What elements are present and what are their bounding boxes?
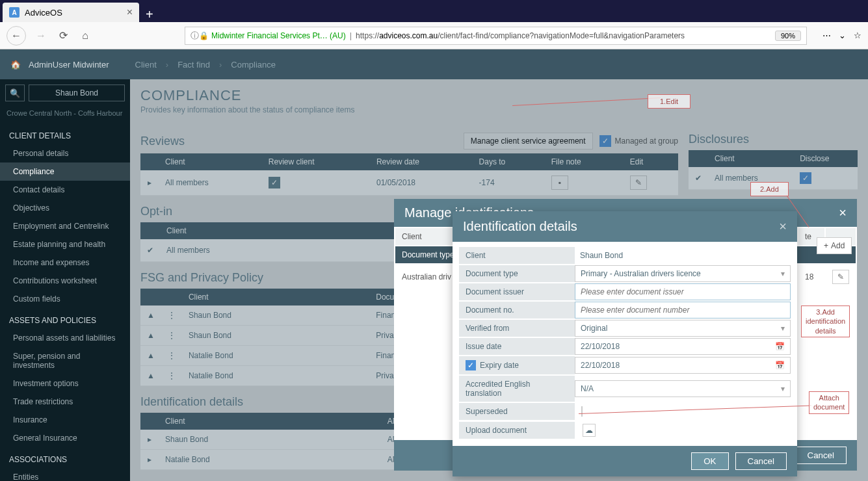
sidebar-item-employment[interactable]: Employment and Centrelink xyxy=(0,217,130,235)
label-trans: Accredited English translation xyxy=(459,376,575,402)
optin-title: Opt-in xyxy=(140,205,172,218)
fsg-title: FSG and Privacy Policy xyxy=(140,271,263,285)
pocket-icon[interactable]: ⌄ xyxy=(839,31,846,40)
upload-button[interactable]: ☁ xyxy=(583,424,596,437)
expiry-date-input[interactable]: 22/10/2018📅 xyxy=(575,357,791,374)
expand-icon[interactable]: ▸ xyxy=(148,178,151,187)
chevron-down-icon: ▾ xyxy=(781,384,785,393)
info-icon[interactable]: ⓘ xyxy=(191,30,199,42)
cloud-upload-icon: ☁ xyxy=(585,426,593,435)
warn-icon: ▲ xyxy=(147,371,155,380)
sidebar-item-custom[interactable]: Custom fields xyxy=(0,290,130,308)
label-expiry: ✓Expiry date xyxy=(459,356,575,374)
star-icon[interactable]: ☆ xyxy=(854,31,861,40)
modal-title: Identification details xyxy=(463,219,577,234)
label-issuer: Document issuer xyxy=(459,283,575,300)
ok-button[interactable]: OK xyxy=(691,452,728,470)
issuer-input[interactable] xyxy=(575,283,791,300)
sidebar-item-compliance[interactable]: Compliance xyxy=(0,162,130,181)
managed-checkbox[interactable]: ✓ xyxy=(599,135,611,147)
annotation-2: 2.Add xyxy=(750,182,789,196)
browser-tab[interactable]: A AdviceOS × xyxy=(3,3,139,22)
tab-close-icon[interactable]: × xyxy=(127,6,133,18)
add-button[interactable]: + Add xyxy=(817,237,852,254)
page-title: COMPLIANCE xyxy=(140,87,858,104)
more-icon[interactable]: ⋯ xyxy=(822,31,831,40)
managed-label: Managed at group xyxy=(615,136,678,146)
new-tab-button[interactable]: + xyxy=(139,7,160,22)
edit-button[interactable]: ✎ xyxy=(832,270,849,284)
menu-icon[interactable]: ⋮ xyxy=(168,371,176,380)
disclosures-title: Disclosures xyxy=(689,133,749,146)
chevron-down-icon: ▾ xyxy=(781,269,785,278)
sidebar-item-estate[interactable]: Estate planning and health xyxy=(0,235,130,254)
ok-icon: ✔ xyxy=(695,174,702,183)
warn-icon: ▲ xyxy=(147,351,155,360)
back-button[interactable]: ← xyxy=(7,26,26,46)
expand-icon[interactable]: ▸ xyxy=(148,435,151,444)
label-verified: Verified from xyxy=(459,320,575,337)
search-button[interactable]: 🔍 xyxy=(5,84,25,101)
sidebar-item-objectives[interactable]: Objectives xyxy=(0,199,130,217)
sidebar-item-personal-assets[interactable]: Personal assets and liabilities xyxy=(0,329,130,347)
cancel-button[interactable]: Cancel xyxy=(795,447,847,464)
current-user[interactable]: AdminUser Midwinter xyxy=(29,60,109,70)
zoom-level[interactable]: 90% xyxy=(775,31,801,41)
site-identity: 🔒 Midwinter Financial Services Pt… (AU) xyxy=(199,31,346,40)
sidebar-item-insurance[interactable]: Insurance xyxy=(0,411,130,429)
ok-icon: ✔ xyxy=(147,246,153,255)
filenote-button[interactable]: ▪ xyxy=(551,176,568,190)
ident-title: Identification details xyxy=(140,395,243,409)
section-assoc: ASSOCIATIONS xyxy=(0,447,130,468)
expiry-checkbox[interactable]: ✓ xyxy=(466,360,476,370)
sidebar-item-investment[interactable]: Investment options xyxy=(0,374,130,393)
translation-select[interactable]: N/A▾ xyxy=(575,380,791,397)
warn-icon: ▲ xyxy=(147,311,155,320)
url-bar[interactable]: ⓘ 🔒 Midwinter Financial Services Pt… (AU… xyxy=(185,27,807,45)
issue-date-input[interactable]: 22/10/2018📅 xyxy=(575,338,791,355)
close-icon[interactable]: × xyxy=(779,219,787,234)
label-doctype: Document type xyxy=(459,265,575,282)
edit-button[interactable]: ✎ xyxy=(630,176,647,190)
menu-icon[interactable]: ⋮ xyxy=(168,331,176,340)
chevron-down-icon: ▾ xyxy=(781,324,785,333)
lock-icon: 🔒 xyxy=(199,31,209,40)
reload-button[interactable]: ⟳ xyxy=(56,29,70,43)
menu-icon[interactable]: ⋮ xyxy=(168,351,176,360)
label-issue: Issue date xyxy=(459,338,575,355)
forward-button[interactable]: → xyxy=(34,29,48,43)
superseded-checkbox[interactable] xyxy=(581,406,583,417)
tab-favicon: A xyxy=(9,7,20,18)
home-icon[interactable]: 🏠 xyxy=(10,60,21,70)
docno-input[interactable] xyxy=(575,302,791,318)
home-button[interactable]: ⌂ xyxy=(78,29,92,43)
disclose-checkbox[interactable]: ✓ xyxy=(800,172,811,184)
client-selector[interactable]: Shaun Bond xyxy=(29,84,125,101)
search-icon: 🔍 xyxy=(10,88,20,98)
sidebar-item-contact[interactable]: Contact details xyxy=(0,181,130,199)
annotation-4: Attachdocument xyxy=(809,391,849,414)
review-client-checkbox[interactable]: ✓ xyxy=(269,177,280,188)
page-subtitle: Provides key information about the statu… xyxy=(140,105,858,114)
doctype-select[interactable]: Primary - Australian drivers licence▾ xyxy=(575,265,791,282)
table-row[interactable]: ▸ All members ✓ 01/05/2018 -174 ▪ ✎ xyxy=(140,170,678,196)
label-upload: Upload document xyxy=(459,422,575,439)
menu-icon[interactable]: ⋮ xyxy=(168,311,176,320)
label-super: Superseded xyxy=(459,403,575,420)
sidebar-item-income[interactable]: Income and expenses xyxy=(0,254,130,272)
value-client: Shaun Bond xyxy=(575,248,791,263)
verified-select[interactable]: Original▾ xyxy=(575,320,791,337)
sidebar-item-super[interactable]: Super, pension and investments xyxy=(0,347,130,374)
expand-icon[interactable]: ▸ xyxy=(148,455,151,464)
sidebar-item-personal[interactable]: Personal details xyxy=(0,144,130,162)
sidebar-item-trade[interactable]: Trade restrictions xyxy=(0,393,130,411)
cancel-button[interactable]: Cancel xyxy=(735,452,787,470)
annotation-3: 3.Addidentificationdetails xyxy=(801,306,850,337)
url-text: https://adviceos.com.au/client/fact-find… xyxy=(356,31,685,40)
sidebar-item-general-ins[interactable]: General Insurance xyxy=(0,429,130,447)
close-icon[interactable]: × xyxy=(839,205,847,220)
sidebar-item-entities[interactable]: Entities xyxy=(0,468,130,481)
identification-details-modal: Identification details × ClientShaun Bon… xyxy=(453,211,797,476)
sidebar-item-contrib[interactable]: Contributions worksheet xyxy=(0,272,130,290)
manage-agreement-button[interactable]: Manage client service agreement xyxy=(464,133,593,150)
